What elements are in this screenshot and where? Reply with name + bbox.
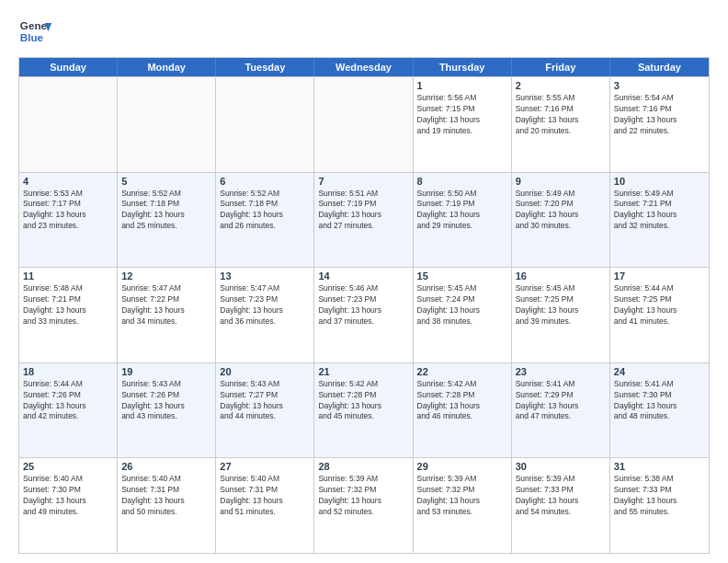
calendar: SundayMondayTuesdayWednesdayThursdayFrid… [18,57,710,554]
day-number: 31 [614,461,705,472]
cal-cell: 12Sunrise: 5:47 AM Sunset: 7:22 PM Dayli… [118,268,216,362]
day-number: 10 [614,176,705,187]
day-number: 24 [614,366,705,377]
svg-text:Blue: Blue [20,31,44,43]
cal-cell: 30Sunrise: 5:39 AM Sunset: 7:33 PM Dayli… [512,458,610,553]
cal-cell: 26Sunrise: 5:40 AM Sunset: 7:31 PM Dayli… [118,458,216,553]
cal-header-friday: Friday [512,58,610,76]
cal-cell: 24Sunrise: 5:41 AM Sunset: 7:30 PM Dayli… [610,363,709,458]
day-info: Sunrise: 5:47 AM Sunset: 7:23 PM Dayligh… [220,283,310,327]
cal-cell: 21Sunrise: 5:42 AM Sunset: 7:28 PM Dayli… [314,363,413,458]
cal-cell: 17Sunrise: 5:44 AM Sunset: 7:25 PM Dayli… [610,268,709,362]
day-number: 30 [516,461,606,472]
day-info: Sunrise: 5:48 AM Sunset: 7:21 PM Dayligh… [23,283,113,327]
day-info: Sunrise: 5:39 AM Sunset: 7:32 PM Dayligh… [318,474,408,518]
day-number: 5 [121,176,211,187]
day-number: 8 [417,176,507,187]
cal-cell [19,77,118,172]
logo-icon: General Blue [18,15,51,48]
cal-cell: 23Sunrise: 5:41 AM Sunset: 7:29 PM Dayli… [512,363,610,458]
day-number: 1 [417,80,507,91]
header: General Blue [18,15,710,48]
cal-cell: 5Sunrise: 5:52 AM Sunset: 7:18 PM Daylig… [118,173,216,268]
day-info: Sunrise: 5:49 AM Sunset: 7:20 PM Dayligh… [516,189,606,233]
cal-cell: 3Sunrise: 5:54 AM Sunset: 7:16 PM Daylig… [610,77,709,172]
day-number: 29 [417,461,507,472]
cal-cell [216,77,314,172]
cal-header-wednesday: Wednesday [314,58,413,76]
day-info: Sunrise: 5:40 AM Sunset: 7:31 PM Dayligh… [220,474,310,518]
day-number: 14 [318,270,408,282]
cal-cell: 7Sunrise: 5:51 AM Sunset: 7:19 PM Daylig… [314,173,413,268]
day-number: 25 [23,461,113,472]
day-number: 23 [516,366,606,377]
cal-header-sunday: Sunday [19,58,118,76]
cal-cell: 28Sunrise: 5:39 AM Sunset: 7:32 PM Dayli… [314,458,413,553]
day-number: 3 [614,80,705,91]
day-info: Sunrise: 5:44 AM Sunset: 7:26 PM Dayligh… [23,379,113,423]
cal-cell: 25Sunrise: 5:40 AM Sunset: 7:30 PM Dayli… [19,458,118,553]
day-info: Sunrise: 5:46 AM Sunset: 7:23 PM Dayligh… [318,283,408,327]
cal-cell [314,77,413,172]
day-info: Sunrise: 5:56 AM Sunset: 7:15 PM Dayligh… [417,93,507,137]
day-number: 17 [614,270,705,282]
day-number: 12 [121,270,211,282]
day-number: 22 [417,366,507,377]
cal-cell [118,77,216,172]
calendar-body: 1Sunrise: 5:56 AM Sunset: 7:15 PM Daylig… [19,76,709,553]
day-info: Sunrise: 5:40 AM Sunset: 7:30 PM Dayligh… [23,474,113,518]
cal-cell: 14Sunrise: 5:46 AM Sunset: 7:23 PM Dayli… [314,268,413,362]
day-number: 21 [318,366,408,377]
cal-cell: 16Sunrise: 5:45 AM Sunset: 7:25 PM Dayli… [512,268,610,362]
cal-cell: 20Sunrise: 5:43 AM Sunset: 7:27 PM Dayli… [216,363,314,458]
day-number: 26 [121,461,211,472]
day-info: Sunrise: 5:49 AM Sunset: 7:21 PM Dayligh… [614,189,705,233]
cal-cell: 11Sunrise: 5:48 AM Sunset: 7:21 PM Dayli… [19,268,118,362]
cal-header-tuesday: Tuesday [216,58,314,76]
day-info: Sunrise: 5:42 AM Sunset: 7:28 PM Dayligh… [417,379,507,423]
day-number: 6 [220,176,310,187]
cal-cell: 4Sunrise: 5:53 AM Sunset: 7:17 PM Daylig… [19,173,118,268]
day-number: 27 [220,461,310,472]
day-info: Sunrise: 5:54 AM Sunset: 7:16 PM Dayligh… [614,93,705,137]
cal-cell: 27Sunrise: 5:40 AM Sunset: 7:31 PM Dayli… [216,458,314,553]
cal-cell: 6Sunrise: 5:52 AM Sunset: 7:18 PM Daylig… [216,173,314,268]
day-info: Sunrise: 5:45 AM Sunset: 7:25 PM Dayligh… [516,283,606,327]
cal-cell: 15Sunrise: 5:45 AM Sunset: 7:24 PM Dayli… [414,268,512,362]
cal-cell: 10Sunrise: 5:49 AM Sunset: 7:21 PM Dayli… [610,173,709,268]
cal-cell: 2Sunrise: 5:55 AM Sunset: 7:16 PM Daylig… [512,77,610,172]
day-number: 13 [220,270,310,282]
cal-cell: 31Sunrise: 5:38 AM Sunset: 7:33 PM Dayli… [610,458,709,553]
cal-cell: 13Sunrise: 5:47 AM Sunset: 7:23 PM Dayli… [216,268,314,362]
cal-cell: 29Sunrise: 5:39 AM Sunset: 7:32 PM Dayli… [414,458,512,553]
day-info: Sunrise: 5:52 AM Sunset: 7:18 PM Dayligh… [121,189,211,233]
logo: General Blue [18,15,51,48]
day-number: 11 [23,270,113,282]
cal-row-5: 25Sunrise: 5:40 AM Sunset: 7:30 PM Dayli… [19,457,709,553]
day-info: Sunrise: 5:52 AM Sunset: 7:18 PM Dayligh… [220,189,310,233]
cal-header-thursday: Thursday [414,58,512,76]
day-info: Sunrise: 5:38 AM Sunset: 7:33 PM Dayligh… [614,474,705,518]
day-info: Sunrise: 5:50 AM Sunset: 7:19 PM Dayligh… [417,189,507,233]
cal-cell: 22Sunrise: 5:42 AM Sunset: 7:28 PM Dayli… [414,363,512,458]
cal-cell: 18Sunrise: 5:44 AM Sunset: 7:26 PM Dayli… [19,363,118,458]
day-info: Sunrise: 5:45 AM Sunset: 7:24 PM Dayligh… [417,283,507,327]
day-number: 28 [318,461,408,472]
day-info: Sunrise: 5:39 AM Sunset: 7:33 PM Dayligh… [516,474,606,518]
cal-cell: 9Sunrise: 5:49 AM Sunset: 7:20 PM Daylig… [512,173,610,268]
day-info: Sunrise: 5:47 AM Sunset: 7:22 PM Dayligh… [121,283,211,327]
cal-row-1: 1Sunrise: 5:56 AM Sunset: 7:15 PM Daylig… [19,76,709,172]
cal-header-saturday: Saturday [610,58,709,76]
day-info: Sunrise: 5:51 AM Sunset: 7:19 PM Dayligh… [318,189,408,233]
day-info: Sunrise: 5:44 AM Sunset: 7:25 PM Dayligh… [614,283,705,327]
day-info: Sunrise: 5:41 AM Sunset: 7:29 PM Dayligh… [516,379,606,423]
day-number: 9 [516,176,606,187]
cal-row-3: 11Sunrise: 5:48 AM Sunset: 7:21 PM Dayli… [19,267,709,362]
cal-cell: 1Sunrise: 5:56 AM Sunset: 7:15 PM Daylig… [414,77,512,172]
cal-cell: 19Sunrise: 5:43 AM Sunset: 7:26 PM Dayli… [118,363,216,458]
day-number: 18 [23,366,113,377]
cal-cell: 8Sunrise: 5:50 AM Sunset: 7:19 PM Daylig… [414,173,512,268]
day-number: 2 [516,80,606,91]
day-info: Sunrise: 5:40 AM Sunset: 7:31 PM Dayligh… [121,474,211,518]
day-info: Sunrise: 5:53 AM Sunset: 7:17 PM Dayligh… [23,189,113,233]
